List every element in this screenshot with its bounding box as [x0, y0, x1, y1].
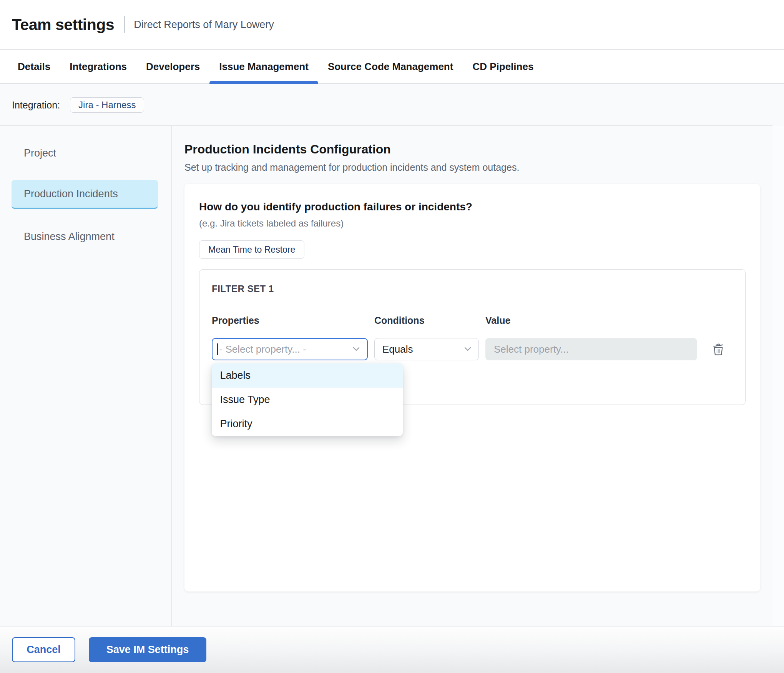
sidebar-item-business-alignment[interactable]: Business Alignment	[0, 225, 171, 248]
main-panel: Production Incidents Configuration Set u…	[172, 126, 772, 626]
save-im-settings-button[interactable]: Save IM Settings	[89, 637, 206, 662]
integration-badge[interactable]: Jira - Harness	[70, 97, 144, 113]
value-input[interactable]	[485, 338, 697, 360]
team-settings-page: Team settings Direct Reports of Mary Low…	[0, 0, 784, 673]
integration-label: Integration:	[12, 100, 60, 111]
section-subtitle: Set up tracking and management for produ…	[184, 162, 760, 173]
condition-select[interactable]: Equals	[374, 338, 479, 360]
chevron-down-icon	[352, 346, 360, 352]
integration-bar: Integration: Jira - Harness	[0, 84, 784, 126]
sidebar-item-production-incidents[interactable]: Production Incidents	[12, 180, 158, 209]
cancel-button[interactable]: Cancel	[12, 637, 75, 662]
filter-set-card: FILTER SET 1 Properties Conditions Value…	[199, 269, 746, 405]
dropdown-option-labels[interactable]: Labels	[212, 363, 403, 388]
question-heading: How do you identify production failures …	[199, 201, 746, 213]
filter-row: - Select property... - Labels Issue Type…	[212, 338, 733, 360]
sidebar-item-project[interactable]: Project	[0, 142, 171, 165]
chevron-down-icon	[463, 346, 472, 352]
incidents-config-card: How do you identify production failures …	[184, 184, 760, 591]
section-title: Production Incidents Configuration	[184, 142, 760, 157]
mean-time-to-restore-chip[interactable]: Mean Time to Restore	[199, 240, 304, 259]
property-select[interactable]: - Select property... - Labels Issue Type…	[212, 338, 368, 360]
dropdown-option-priority[interactable]: Priority	[212, 412, 403, 436]
dropdown-option-issue-type[interactable]: Issue Type	[212, 388, 403, 412]
footer-bar: Cancel Save IM Settings	[0, 626, 784, 673]
page-header: Team settings Direct Reports of Mary Low…	[0, 0, 784, 50]
tab-issue-management[interactable]: Issue Management	[209, 50, 318, 83]
tab-details[interactable]: Details	[8, 50, 60, 83]
content-region: Project Production Incidents Business Al…	[0, 126, 784, 626]
page-title: Team settings	[12, 16, 114, 34]
tab-cd-pipelines[interactable]: CD Pipelines	[463, 50, 543, 83]
title-separator	[124, 16, 125, 33]
property-dropdown: Labels Issue Type Priority	[212, 363, 403, 436]
property-select-placeholder: - Select property... -	[219, 343, 306, 355]
column-header-properties: Properties	[212, 315, 368, 326]
tab-source-code-management[interactable]: Source Code Management	[318, 50, 463, 83]
text-cursor	[217, 343, 218, 355]
tab-integrations[interactable]: Integrations	[60, 50, 136, 83]
tab-bar: Details Integrations Developers Issue Ma…	[0, 50, 784, 84]
filter-column-headers: Properties Conditions Value	[212, 315, 733, 326]
delete-filter-button[interactable]	[710, 340, 727, 358]
scroll-gutter	[772, 126, 784, 626]
page-subtitle: Direct Reports of Mary Lowery	[134, 19, 274, 31]
filter-set-title: FILTER SET 1	[212, 283, 733, 294]
settings-sidebar: Project Production Incidents Business Al…	[0, 126, 172, 626]
column-header-value: Value	[485, 315, 697, 326]
condition-select-value: Equals	[382, 343, 413, 355]
trash-icon	[712, 341, 725, 357]
tab-developers[interactable]: Developers	[136, 50, 209, 83]
column-header-conditions: Conditions	[374, 315, 479, 326]
question-hint: (e.g. Jira tickets labeled as failures)	[199, 218, 746, 229]
